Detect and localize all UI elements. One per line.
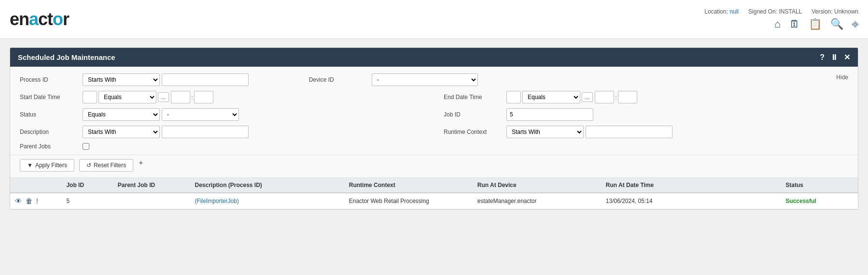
results-table: Job ID Parent Job ID Description (Proces…: [10, 178, 858, 209]
col-header-job-id: Job ID: [61, 178, 112, 193]
description-filter: Description Starts With Equals Contains …: [20, 126, 424, 138]
filter-area: Process ID Starts With Equals Contains E…: [10, 67, 858, 155]
col-header-runtime-context: Runtime Context: [344, 178, 473, 193]
process-id-filter: Process ID Starts With Equals Contains E…: [20, 73, 290, 86]
description-link[interactable]: (FileImporterJob): [195, 198, 238, 204]
end-date-day[interactable]: [506, 91, 521, 103]
parent-jobs-checkbox[interactable]: [83, 143, 89, 150]
row-actions: 👁 🗑 !: [15, 197, 56, 205]
results-table-wrapper: Job ID Parent Job ID Description (Proces…: [10, 178, 858, 209]
loading-spinner: ✦: [138, 159, 144, 172]
filter-icon: ▼: [27, 162, 33, 169]
row-description: (FileImporterJob): [190, 193, 344, 209]
end-datetime-filter: End Date Time EqualsBeforeAfterBetween .…: [444, 91, 848, 103]
col-header-icons: [10, 178, 61, 193]
end-date-picker-btn[interactable]: ...: [582, 92, 593, 102]
end-date-operator[interactable]: EqualsBeforeAfterBetween: [522, 91, 580, 103]
calendar-icon[interactable]: 🗓: [789, 18, 800, 30]
logo: enactor: [10, 9, 69, 29]
reset-icon: ↺: [86, 162, 91, 169]
hide-link[interactable]: Hide: [836, 74, 848, 81]
time-separator-2: :: [615, 94, 617, 101]
location-info: Location: null: [704, 8, 739, 15]
description-operator[interactable]: Starts With Equals Contains Ends With: [83, 126, 160, 138]
runtime-context-operator[interactable]: Starts With Equals Contains Ends With: [506, 126, 584, 138]
home-icon[interactable]: ⌂: [774, 18, 781, 30]
col-header-run-at-datetime: Run At Date Time: [601, 178, 781, 193]
start-datetime-label: Start Date Time: [20, 94, 83, 101]
logo-accent: a: [29, 9, 38, 29]
row-actions-cell: 👁 🗑 !: [10, 193, 61, 209]
end-time-m[interactable]: [618, 91, 637, 103]
reset-filters-button[interactable]: ↺ Reset Filters: [79, 159, 133, 172]
version-info: Version: Unknown: [812, 8, 858, 15]
job-id-label: Job ID: [444, 111, 506, 118]
signed-on-info: Signed On: INSTALL: [748, 8, 802, 15]
start-date-day[interactable]: [83, 91, 97, 103]
search-icon[interactable]: 🔍: [830, 18, 843, 30]
description-label: Description: [20, 129, 83, 135]
col-header-run-at-device: Run At Device: [473, 178, 601, 193]
filter-row-3: Status Equals Not Equals - Successful Fa…: [20, 108, 848, 121]
runtime-context-input[interactable]: [586, 126, 672, 138]
end-datetime-label: End Date Time: [444, 94, 506, 101]
filter-row-1: Process ID Starts With Equals Contains E…: [20, 73, 848, 86]
filter-row-2: Start Date Time EqualsBeforeAfterBetween…: [20, 91, 848, 103]
delete-icon[interactable]: 🗑: [26, 197, 32, 205]
end-time-h[interactable]: [595, 91, 614, 103]
filter-row-4: Description Starts With Equals Contains …: [20, 126, 848, 138]
filter-area-wrapper: Process ID Starts With Equals Contains E…: [10, 67, 858, 178]
row-run-at-device: estateManager.enactor: [473, 193, 601, 209]
row-runtime-context: Enactor Web Retail Processing: [344, 193, 473, 209]
main-panel: Scheduled Job Maintenance ? ⏸ ✕ Process …: [10, 47, 858, 210]
panel-header: Scheduled Job Maintenance ? ⏸ ✕: [10, 48, 858, 67]
process-id-input[interactable]: [162, 73, 249, 86]
exit-icon[interactable]: ⎆: [852, 18, 858, 30]
top-right: Location: null Signed On: INSTALL Versio…: [704, 8, 858, 30]
apply-filters-button[interactable]: ▼ Apply Filters: [20, 159, 74, 172]
status-filter: Status Equals Not Equals - Successful Fa…: [20, 108, 424, 121]
time-separator-1: :: [191, 94, 193, 101]
start-time-h[interactable]: [171, 91, 190, 103]
col-header-description: Description (Process ID): [190, 178, 344, 193]
start-datetime-filter: Start Date Time EqualsBeforeAfterBetween…: [20, 91, 424, 103]
job-id-filter: Job ID: [444, 108, 848, 121]
document-icon[interactable]: 📋: [809, 18, 822, 30]
top-icons: ⌂ 🗓 📋 🔍 ⎆: [774, 18, 858, 30]
table-header-row: Job ID Parent Job ID Description (Proces…: [10, 178, 858, 193]
action-row: ▼ Apply Filters ↺ Reset Filters ✦: [10, 155, 858, 178]
runtime-context-label: Runtime Context: [444, 129, 506, 135]
panel-header-icons: ? ⏸ ✕: [820, 53, 850, 62]
process-id-operator[interactable]: Starts With Equals Contains Ends With: [83, 73, 160, 86]
logo-accent2: o: [53, 9, 63, 29]
device-id-label: Device ID: [309, 76, 372, 83]
panel-title: Scheduled Job Maintenance: [18, 53, 115, 61]
start-time-m[interactable]: [194, 91, 213, 103]
parent-jobs-filter: Parent Jobs: [20, 143, 848, 150]
status-value[interactable]: - Successful Failed Running Pending: [162, 108, 239, 121]
job-id-input[interactable]: [506, 108, 593, 121]
status-operator[interactable]: Equals Not Equals: [83, 108, 160, 121]
view-icon[interactable]: 👁: [15, 197, 22, 205]
start-date-picker-btn[interactable]: ...: [158, 92, 169, 102]
status-label: Status: [20, 111, 83, 118]
status-badge: Successful: [785, 198, 816, 204]
device-id-filter: Device ID - estateManager.enactor: [309, 73, 579, 86]
start-date-operator[interactable]: EqualsBeforeAfterBetween: [98, 91, 156, 103]
col-header-status: Status: [781, 178, 858, 193]
top-bar: enactor Location: null Signed On: INSTAL…: [0, 0, 868, 39]
process-id-label: Process ID: [20, 76, 83, 83]
description-input[interactable]: [162, 126, 249, 138]
close-button[interactable]: ✕: [844, 53, 850, 62]
info-icon[interactable]: !: [36, 197, 38, 205]
filter-row-5: Parent Jobs: [20, 143, 848, 150]
help-button[interactable]: ?: [820, 53, 825, 62]
runtime-context-filter: Runtime Context Starts With Equals Conta…: [444, 126, 848, 138]
row-status: Successful: [781, 193, 858, 209]
pause-button[interactable]: ⏸: [830, 53, 838, 62]
row-parent-job-id: [113, 193, 190, 209]
col-header-parent-job-id: Parent Job ID: [113, 178, 190, 193]
device-id-select[interactable]: - estateManager.enactor: [372, 73, 478, 86]
top-info: Location: null Signed On: INSTALL Versio…: [704, 8, 858, 15]
table-row: 👁 🗑 ! 5 (FileImporterJob) Enactor Web Re…: [10, 193, 858, 209]
